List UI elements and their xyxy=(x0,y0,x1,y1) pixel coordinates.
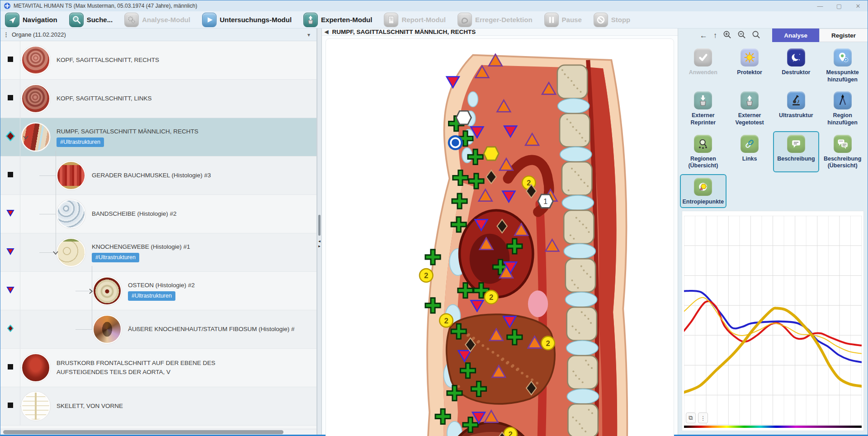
collapse-header-icon[interactable]: ◀ xyxy=(325,29,328,35)
marker-circ2[interactable]: 2 xyxy=(440,313,453,327)
tree-row-label: GERADER BAUCHMUSKEL (Histologie) #3 xyxy=(92,171,211,180)
marker-target[interactable] xyxy=(448,135,463,150)
organ-thumbnail-brain xyxy=(21,46,50,75)
tab-analyse[interactable]: Analyse xyxy=(772,28,819,42)
horizontal-scrollbar[interactable] xyxy=(0,429,316,435)
tree-row[interactable]: ÄUßERE KNOCHENHAUT/STATUM FIBOSUM (Histo… xyxy=(0,310,316,349)
chevron-down-icon[interactable]: ▾ xyxy=(307,32,310,38)
module-toolbar: NavigationSuche...Analyse-ModulUntersuch… xyxy=(0,11,868,28)
button-externer-reprinter[interactable]: Externer Reprinter xyxy=(680,88,726,129)
bucket-down-icon xyxy=(694,91,712,109)
marker-square-icon xyxy=(7,402,14,410)
organ-name: BRUSTKORB FRONTALSCHNITT AUF DER EBENE D… xyxy=(57,359,251,376)
tree-row[interactable]: BANDSCHEIBE (Histologie) #2 xyxy=(0,195,316,233)
marker-circ2[interactable]: 2 xyxy=(420,269,433,282)
row-marker-cell xyxy=(0,387,20,425)
tree-row-label: KOPF, SAGITTALSCHNITT, LINKS xyxy=(57,94,152,103)
button-destruktor[interactable]: Destruktor xyxy=(773,45,820,86)
moon-icon xyxy=(787,48,805,66)
marker-hexw[interactable] xyxy=(457,111,472,124)
analysis-panel: ←↑ Analyse Register AnwendenProtektorDes… xyxy=(678,28,868,435)
search-icon xyxy=(69,13,84,27)
button-region-hinzufügen[interactable]: Region hinzufügen xyxy=(819,88,866,129)
zoom-in-icon[interactable] xyxy=(723,30,731,40)
chart-export-button[interactable]: ⧉ xyxy=(686,412,696,423)
toolbar-label: Analyse-Modul xyxy=(142,16,190,24)
close-button[interactable]: ✕ xyxy=(849,0,868,11)
button-beschreibung-übersicht-[interactable]: Beschreibung (Übersicht) xyxy=(819,131,866,172)
microscope-icon xyxy=(787,91,805,109)
toolbar-item-navigation[interactable]: Navigation xyxy=(5,13,57,27)
toolbar-item-stopp: Stopp xyxy=(594,13,631,27)
tree-row[interactable]: GERADER BAUCHMUSKEL (Histologie) #3 xyxy=(0,156,316,195)
splitter-grip[interactable] xyxy=(318,215,321,236)
tree-row[interactable]: OSTEON (Histologie) #2#Ultrastrukturen xyxy=(0,272,316,310)
view-toolbar: ←↑ Analyse Register xyxy=(678,28,868,42)
anatomy-canvas[interactable]: 2222222211 xyxy=(326,38,674,436)
toolbar-item-untersuchungs-modul[interactable]: Untersuchungs-Modul xyxy=(202,13,292,27)
minimize-button[interactable]: — xyxy=(811,0,830,11)
expander-expand-icon[interactable] xyxy=(87,288,94,297)
row-marker-cell xyxy=(0,80,20,118)
tab-bar: Analyse Register xyxy=(772,28,868,42)
button-externer-vegetotest[interactable]: Externer Vegetotest xyxy=(726,88,773,129)
tree-row[interactable]: KOPF, SAGITTALSCHNITT, LINKS xyxy=(0,80,316,118)
toolbar-label: Erreger-Detektion xyxy=(475,16,533,24)
up-arrow-icon[interactable]: ↑ xyxy=(713,32,717,39)
toolbar-item-analyse-modul: Analyse-Modul xyxy=(124,13,190,27)
button-anwenden[interactable]: Anwenden xyxy=(680,45,726,86)
zoom-out-icon[interactable] xyxy=(737,30,746,40)
scrollbar-thumb[interactable] xyxy=(3,430,283,434)
collapse-right-icon[interactable]: ▸ xyxy=(318,244,321,248)
button-label: Ultrastruktur xyxy=(779,112,813,119)
tree-row-label: BRUSTKORB FRONTALSCHNITT AUF DER EBENE D… xyxy=(57,359,251,376)
tree-row[interactable]: SKELETT, VON VORNE xyxy=(0,387,316,426)
marker-circ2[interactable]: 2 xyxy=(542,336,555,350)
button-label: Anwenden xyxy=(689,69,717,76)
button-protektor[interactable]: Protektor xyxy=(726,45,773,86)
tree-row-label: OSTEON (Histologie) #2#Ultrastrukturen xyxy=(128,281,195,301)
tab-register[interactable]: Register xyxy=(819,28,868,42)
toolbar-item-experten-modul[interactable]: Experten-Modul xyxy=(303,13,372,27)
button-ultrastruktur[interactable]: Ultrastruktur xyxy=(773,88,820,129)
svg-text:2: 2 xyxy=(546,339,550,347)
ultrastructure-tag[interactable]: #Ultrastrukturen xyxy=(57,137,104,147)
chart-menu-button[interactable]: ⋮ xyxy=(698,412,708,423)
organ-name: RUMPF, SAGITTALSCHNITT MÄNNLICH, RECHTS xyxy=(57,127,198,136)
expander-collapse-icon[interactable] xyxy=(52,249,59,258)
marker-circ2[interactable]: 2 xyxy=(485,290,498,304)
button-beschreibung[interactable]: Beschreibung xyxy=(773,131,820,172)
svg-text:2: 2 xyxy=(424,271,428,280)
row-marker-cell xyxy=(0,195,20,233)
marker-hex1[interactable]: 1 xyxy=(538,194,553,208)
back-arrow-icon[interactable]: ← xyxy=(700,32,708,39)
organ-thumbnail-osteon xyxy=(93,276,122,305)
marker-hexy[interactable] xyxy=(484,147,499,160)
tree-row[interactable]: RUMPF, SAGITTALSCHNITT MÄNNLICH, RECHTS#… xyxy=(0,118,316,156)
tree-row[interactable]: KOPF, SAGITTALSCHNITT, RECHTS xyxy=(0,41,316,80)
organ-panel-title: Organe (11.02.2022) xyxy=(12,31,307,38)
svg-text:1: 1 xyxy=(543,197,547,205)
marker-circ2[interactable]: 2 xyxy=(504,427,518,436)
drag-handle-icon[interactable]: ⋮ xyxy=(3,31,8,38)
button-links[interactable]: Links xyxy=(726,131,773,172)
button-regionen-übersicht-[interactable]: Regionen (Übersicht) xyxy=(680,131,726,172)
button-label: Region hinzufügen xyxy=(821,112,864,126)
button-messpunkte-hinzufügen[interactable]: Messpunkte hinzufügen xyxy=(819,45,866,86)
bucket-up-icon xyxy=(303,13,318,27)
toolbar-item-suche[interactable]: Suche... xyxy=(69,13,113,27)
search-icon[interactable] xyxy=(752,30,760,40)
toolbar-label: Untersuchungs-Modul xyxy=(220,16,292,24)
anatomy-illustration[interactable]: 2222222211 xyxy=(333,53,666,436)
row-marker-cell xyxy=(0,41,20,79)
button-entropiepunkte[interactable]: Entropiepunkte xyxy=(680,174,726,209)
ultrastructure-tag[interactable]: #Ultrastrukturen xyxy=(128,291,175,301)
tree-row[interactable]: KNOCHENGEWEBE (Histologie) #1#Ultrastruk… xyxy=(0,233,316,272)
maximize-button[interactable]: ▢ xyxy=(830,0,849,11)
tree-row[interactable]: BRUSTKORB FRONTALSCHNITT AUF DER EBENE D… xyxy=(0,349,316,387)
expander-collapse-icon[interactable] xyxy=(22,134,29,143)
collapse-left-icon[interactable]: ◂ xyxy=(318,239,321,243)
compass-icon xyxy=(834,91,852,109)
ultrastructure-tag[interactable]: #Ultrastrukturen xyxy=(92,253,139,262)
panel-splitter[interactable]: ◂ ▸ xyxy=(317,28,322,435)
